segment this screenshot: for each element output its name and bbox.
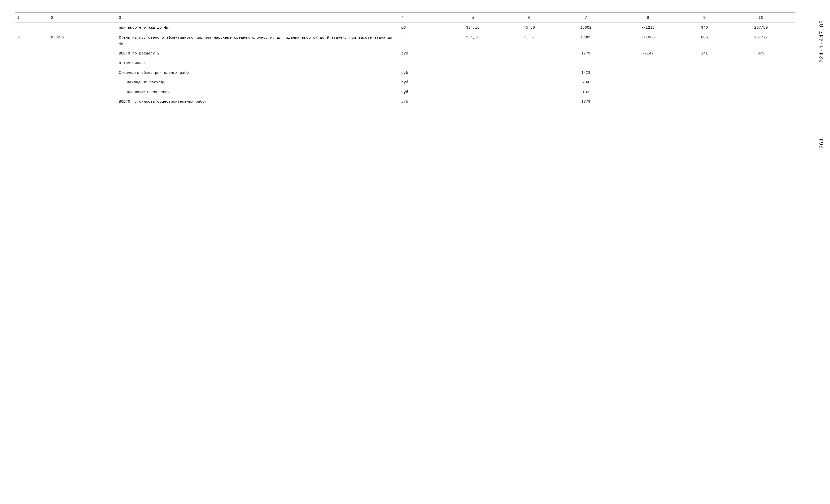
- header-col8: 8: [614, 13, 682, 23]
- cell-r2-c3: ВСЕГО по разделу 2: [117, 49, 399, 59]
- header-col10: IO: [727, 13, 795, 23]
- cell-r0-c6: 45,80: [501, 23, 557, 33]
- cell-r2-c8: -/I47: [614, 49, 682, 59]
- cell-r1-c3: Стены из пустотелого эффективного кирпич…: [117, 33, 399, 49]
- cell-r4-c7: I4I3: [557, 68, 614, 78]
- cell-r4-rest: [614, 68, 795, 78]
- cell-r0-c7: I5302: [557, 23, 614, 33]
- cell-r5-c4: руб: [399, 78, 445, 88]
- cell-r4-c2: [49, 68, 117, 78]
- cell-r7-c4: руб: [399, 97, 445, 107]
- cell-r1-c7: I3889: [557, 33, 614, 49]
- side-labels: 224-1-447.85 264: [819, 20, 825, 149]
- cell-r7-c5: [445, 97, 501, 107]
- cell-r2-c2: [49, 49, 117, 59]
- cell-r1-c10: 26I/77: [727, 33, 795, 49]
- table-row: Стоимость общестроительных работ руб I4I…: [15, 68, 795, 78]
- table-row: в том числе:: [15, 59, 795, 68]
- cell-r4-c6: [501, 68, 557, 78]
- cell-r5-c1: [15, 78, 49, 88]
- cell-r4-c1: [15, 68, 49, 78]
- cell-r5-c3: Накладные расходы: [117, 78, 399, 88]
- header-col5: 5: [445, 13, 501, 23]
- cell-r7-c3: ВСЕГО, стоимость общестроительных работ: [117, 97, 399, 107]
- cell-r7-rest: [614, 97, 795, 107]
- cell-r1-c1: I6: [15, 33, 49, 49]
- cell-r1-c5: 334,IO: [445, 33, 501, 49]
- cell-r5-rest: [614, 78, 795, 88]
- table-row: I6 8-32-2 Стены из пустотелого эффективн…: [15, 33, 795, 49]
- cell-r4-c3: Стоимость общестроительных работ: [117, 68, 399, 78]
- side-label-top: 224-1-447.85: [819, 20, 825, 63]
- header-col4: 4: [399, 13, 445, 23]
- cell-r5-c5: [445, 78, 501, 88]
- cell-r7-c1: [15, 97, 49, 107]
- side-label-bottom: 264: [819, 138, 825, 149]
- cell-r2-c6: [501, 49, 557, 59]
- cell-r0-c3: при высоте этажа до 4м: [117, 23, 399, 33]
- cell-r6-c5: [445, 88, 501, 97]
- cell-r1-c9: 805: [682, 33, 727, 49]
- table-row: ВСЕГО по разделу 2 руб I779 -/I47 I4I 6/…: [15, 49, 795, 59]
- cell-r7-c2: [49, 97, 117, 107]
- cell-r2-c9: I4I: [682, 49, 727, 59]
- cell-r0-c9: 946: [682, 23, 727, 33]
- cell-r3-rest: [399, 59, 795, 68]
- table-row: при высоте этажа до 4м м3 334,IO 45,80 I…: [15, 23, 795, 33]
- header-col3: 3: [117, 13, 399, 23]
- cell-r1-c8: -/I066: [614, 33, 682, 49]
- cell-r4-c5: [445, 68, 501, 78]
- cell-r4-c4: руб: [399, 68, 445, 78]
- table-header-row: I 2 3 4 5 6 7: [15, 13, 795, 23]
- cell-r0-c2: [49, 23, 117, 33]
- cell-r2-c10: 6/3: [727, 49, 795, 59]
- cell-r0-c8: -/I2I3: [614, 23, 682, 33]
- cell-r6-c6: [501, 88, 557, 97]
- cell-r0-c10: 267/80: [727, 23, 795, 33]
- cell-r2-c5: [445, 49, 501, 59]
- cell-r5-c2: [49, 78, 117, 88]
- header-col2: 2: [49, 13, 117, 23]
- cell-r2-c4: руб: [399, 49, 445, 59]
- header-col1: I: [15, 13, 49, 23]
- table-row: Накладные расходы руб 234: [15, 78, 795, 88]
- cell-r6-c1: [15, 88, 49, 97]
- header-col9: 9: [682, 13, 727, 23]
- cell-r1-c6: 4I,57: [501, 33, 557, 49]
- cell-r0-c1: [15, 23, 49, 33]
- header-col7: 7: [557, 13, 614, 23]
- cell-r5-c7: 234: [557, 78, 614, 88]
- cell-r0-c4: м3: [399, 23, 445, 33]
- cell-r2-c1: [15, 49, 49, 59]
- cell-r2-c7: I779: [557, 49, 614, 59]
- cell-r6-rest: [614, 88, 795, 97]
- table-row: ВСЕГО, стоимость общестроительных работ …: [15, 97, 795, 107]
- cell-r3-c1: [15, 59, 49, 68]
- main-table: I 2 3 4 5 6 7: [15, 12, 795, 107]
- cell-r6-c4: руб: [399, 88, 445, 97]
- table-row: Плановые накопления руб I32: [15, 88, 795, 97]
- cell-r6-c2: [49, 88, 117, 97]
- header-col6: 6: [501, 13, 557, 23]
- cell-r3-c2: [49, 59, 117, 68]
- cell-r1-c4: ": [399, 33, 445, 49]
- page-container: 224-1-447.85 264 I 2 3 4 5: [0, 0, 830, 504]
- cell-r0-c5: 334,IO: [445, 23, 501, 33]
- cell-r6-c3: Плановые накопления: [117, 88, 399, 97]
- cell-r7-c6: [501, 97, 557, 107]
- cell-r7-c7: I779: [557, 97, 614, 107]
- cell-r5-c6: [501, 78, 557, 88]
- cell-r6-c7: I32: [557, 88, 614, 97]
- cell-r1-c2: 8-32-2: [49, 33, 117, 49]
- cell-r3-c3: в том числе:: [117, 59, 399, 68]
